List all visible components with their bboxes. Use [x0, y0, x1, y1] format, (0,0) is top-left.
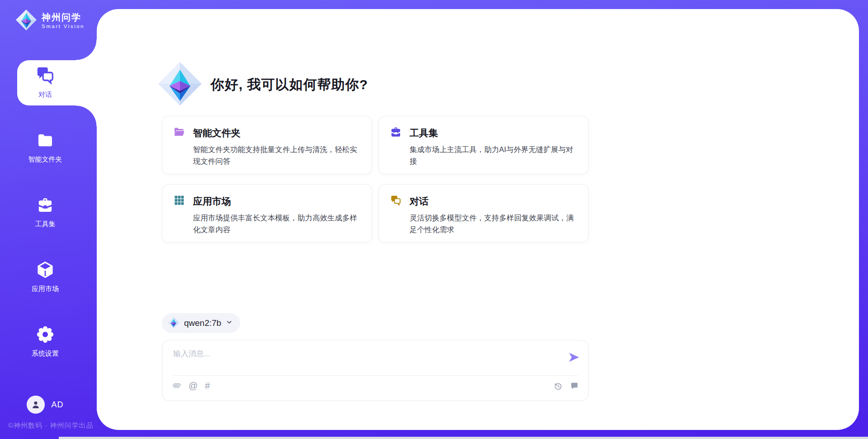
card-toolkit[interactable]: 工具集 集成市场上主流工具，助力AI与外界无缝扩展与对接: [378, 116, 589, 174]
sidebar: 神州问学 Smart Vision 对话 智能文件夹: [0, 0, 97, 439]
chevron-down-icon: [226, 319, 233, 328]
composer-divider: [172, 375, 578, 376]
cube-icon: [36, 261, 54, 281]
sidebar-item-app-market[interactable]: 应用市场: [0, 261, 90, 293]
greeting-block: 你好, 我可以如何帮助你?: [157, 61, 368, 108]
brand-subtitle: Smart Vision: [42, 24, 85, 29]
sidebar-item-settings[interactable]: 系统设置: [0, 325, 90, 358]
briefcase-icon: [36, 196, 54, 216]
sidebar-item-chat[interactable]: 对话: [0, 60, 97, 105]
sidebar-item-label: 工具集: [35, 220, 56, 229]
card-description: 应用市场提供丰富长文本模板，助力高效生成多样化文章内容: [193, 212, 361, 235]
brand: 神州问学 Smart Vision: [15, 9, 85, 33]
folder-open-icon: [173, 126, 185, 140]
sidebar-item-label: 对话: [38, 91, 52, 99]
person-icon: [30, 399, 41, 410]
active-tab-fillet-bottom: [76, 105, 97, 126]
send-button[interactable]: [568, 351, 580, 363]
model-selector[interactable]: qwen2:7b: [162, 313, 240, 333]
content-area: 你好, 我可以如何帮助你? 智能文件夹 智能文件夹功能支持批量文件上传与清洗，轻…: [162, 0, 589, 421]
model-logo-icon: [167, 316, 179, 330]
sidebar-item-smart-folder[interactable]: 智能文件夹: [0, 131, 90, 164]
card-description: 灵活切换多模型文件，支持多样回复效果调试，满足个性化需求: [410, 212, 577, 235]
brand-logo-icon: [15, 9, 37, 33]
sidebar-item-label: 智能文件夹: [28, 155, 62, 164]
bottom-edge-strip: [59, 437, 868, 439]
briefcase-icon: [390, 126, 402, 140]
sidebar-item-toolkit[interactable]: 工具集: [0, 196, 90, 229]
brand-name: 神州问学: [42, 12, 85, 23]
history-button[interactable]: [553, 382, 563, 391]
topic-button[interactable]: #: [205, 381, 210, 390]
card-app-market[interactable]: 应用市场 应用市场提供丰富长文本模板，助力高效生成多样化文章内容: [162, 184, 372, 243]
card-title: 应用市场: [193, 195, 231, 208]
chat-bubbles-icon: [35, 65, 56, 87]
card-description: 集成市场上主流工具，助力AI与外界无缝扩展与对接: [410, 144, 577, 167]
new-chat-button[interactable]: [570, 382, 579, 391]
message-input[interactable]: [172, 348, 552, 371]
card-description: 智能文件夹功能支持批量文件上传与清洗，轻松实现文件问答: [193, 144, 361, 167]
history-icon: [553, 382, 563, 391]
active-tab-fillet-top: [76, 39, 97, 60]
card-title: 对话: [410, 195, 429, 208]
gear-icon: [36, 325, 54, 345]
card-title: 工具集: [410, 127, 438, 139]
copyright-text: ©神州数码 · 神州问学出品: [8, 421, 93, 430]
grid-icon: [173, 194, 185, 208]
assistant-logo-icon: [157, 61, 203, 108]
folder-icon: [36, 131, 54, 151]
mention-button[interactable]: @: [189, 381, 198, 390]
feature-cards: 智能文件夹 智能文件夹功能支持批量文件上传与清洗，轻松实现文件问答 工具集 集成…: [162, 116, 589, 243]
model-name: qwen2:7b: [184, 318, 221, 328]
user-profile[interactable]: AD: [0, 396, 90, 414]
attach-file-button[interactable]: [172, 381, 181, 390]
avatar[interactable]: [27, 396, 45, 414]
comment-icon: [570, 382, 579, 391]
message-composer: @ #: [162, 340, 589, 401]
greeting-text: 你好, 我可以如何帮助你?: [211, 76, 368, 94]
sidebar-item-label: 系统设置: [32, 349, 59, 358]
chat-bubbles-icon: [390, 194, 402, 208]
card-chat[interactable]: 对话 灵活切换多模型文件，支持多样回复效果调试，满足个性化需求: [378, 184, 589, 243]
card-title: 智能文件夹: [193, 127, 241, 139]
user-name: AD: [51, 400, 63, 410]
paperclip-icon: [172, 381, 181, 390]
sidebar-item-label: 应用市场: [32, 285, 59, 293]
card-smart-folder[interactable]: 智能文件夹 智能文件夹功能支持批量文件上传与清洗，轻松实现文件问答: [162, 116, 372, 174]
send-icon: [568, 351, 580, 363]
